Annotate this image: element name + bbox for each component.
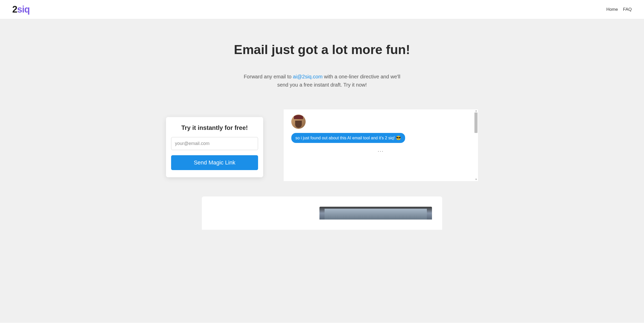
avatar [291,114,306,129]
logo-suffix: siq [17,4,30,15]
site-header: 2siq Home FAQ [0,0,644,19]
main-nav: Home FAQ [606,7,632,12]
preview-image [319,207,432,220]
chat-content: so i just found out about this AI email … [291,114,470,153]
typing-indicator: ... [291,148,470,153]
hero-section: Email just got a lot more fun! Forward a… [0,19,644,323]
chat-message-bubble: so i just found out about this AI email … [291,133,405,143]
ai-email-link[interactable]: ai@2siq.com [293,74,323,79]
signup-card: Try it instantly for free! Send Magic Li… [166,117,263,177]
signup-title: Try it instantly for free! [171,124,258,131]
content-row: Try it instantly for free! Send Magic Li… [161,109,483,181]
hero-title: Email just got a lot more fun! [0,42,644,57]
logo[interactable]: 2siq [12,4,30,15]
hero-subtitle: Forward any email to ai@2siq.com with a … [243,72,401,89]
logo-prefix: 2 [12,4,17,15]
email-input[interactable] [171,137,258,150]
scroll-up-icon[interactable]: ▴ [474,109,478,112]
chat-panel: so i just found out about this AI email … [284,109,478,181]
bottom-section [202,196,442,230]
subtitle-text-before: Forward any email to [244,74,293,79]
scroll-down-icon[interactable]: ▾ [474,178,478,181]
scroll-thumb[interactable] [474,112,478,133]
send-magic-link-button[interactable]: Send Magic Link [171,155,258,170]
scrollbar[interactable]: ▴ ▾ [474,109,478,181]
nav-home[interactable]: Home [606,7,618,12]
nav-faq[interactable]: FAQ [623,7,632,12]
